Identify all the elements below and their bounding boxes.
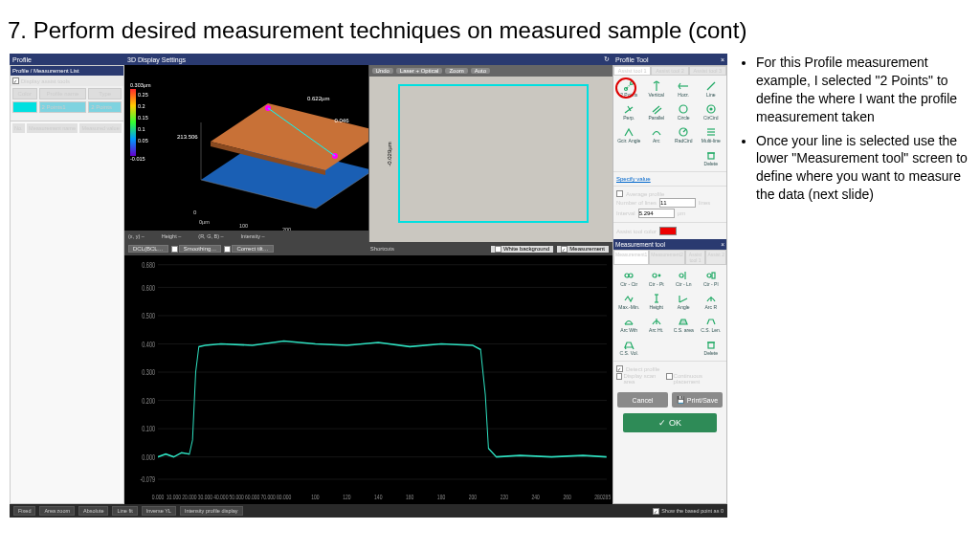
interval-label: Interval xyxy=(616,210,635,216)
meas-ctrctr[interactable]: Ctr - Ctr xyxy=(616,268,642,289)
tab-assist2[interactable]: Assist tool 2 xyxy=(651,66,688,76)
display-scan-checkbox[interactable]: Display scan area xyxy=(616,373,663,385)
nlines-input[interactable] xyxy=(659,198,696,208)
tool-radcird[interactable]: RadCird xyxy=(671,124,697,145)
color-swatch[interactable] xyxy=(659,227,677,235)
interval-input[interactable] xyxy=(638,209,675,218)
white-bg-toggle[interactable]: White background xyxy=(503,246,549,252)
meas-height[interactable]: Height xyxy=(644,291,670,312)
nlines-label: Number of lines xyxy=(616,200,657,206)
svg-text:60.000: 60.000 xyxy=(245,493,259,500)
tab-assist1[interactable]: Assist tool 1 xyxy=(613,66,651,76)
tool-2points[interactable]: 2 Points xyxy=(616,78,642,99)
display-assist-checkbox[interactable]: Display assist tools xyxy=(11,76,123,86)
meas-delete[interactable]: Delete xyxy=(699,337,724,358)
profile-bar: Profile xyxy=(10,54,124,65)
mid-toolbar: DCL(BCL… Smoothing… Correct tilt… Shortc… xyxy=(124,242,612,255)
svg-text:0.680: 0.680 xyxy=(142,260,155,271)
dcl-button[interactable]: DCL(BCL… xyxy=(128,245,168,253)
tool-horz[interactable]: Horz. xyxy=(671,78,697,99)
close-icon[interactable]: × xyxy=(721,56,724,63)
tool-multiline[interactable]: Multi-line xyxy=(699,124,724,145)
fixed-button[interactable]: Fixed xyxy=(13,506,35,516)
tool-delete[interactable]: Delete xyxy=(699,147,724,168)
meas-ctrln[interactable]: Ctr - Ln xyxy=(671,268,697,289)
meastab-2[interactable]: Measurement2 xyxy=(649,250,684,265)
ok-button[interactable]: ✓OK xyxy=(623,413,717,432)
svg-line-86 xyxy=(633,347,634,349)
svg-text:30.000: 30.000 xyxy=(198,493,212,500)
mode-select[interactable]: Laser + Optical xyxy=(396,68,443,74)
print-save-button[interactable]: 💾 Print/Save xyxy=(672,392,723,408)
meas-maxmin[interactable]: Max.-Min. xyxy=(616,291,642,312)
inverse-button[interactable]: Inverse YL xyxy=(142,506,176,516)
line-icon xyxy=(705,80,717,92)
rotate-icon[interactable]: ↻ xyxy=(604,55,610,63)
absolute-button[interactable]: Absolute xyxy=(78,506,108,516)
profile-tool-bar: Profile Tool × xyxy=(612,54,727,65)
measurement-tool-grid: Ctr - Ctr Ctr - Pt Ctr - Ln Ctr - Pl Max… xyxy=(613,265,726,361)
axis-100: 100 xyxy=(239,223,248,229)
svg-text:80.000: 80.000 xyxy=(277,493,291,500)
svg-text:285: 285 xyxy=(603,493,612,500)
viewport-image[interactable]: Undo Laser + Optical Zoom Auto -0.029µm xyxy=(368,65,613,242)
measurement-toggle[interactable]: Measurement xyxy=(569,246,605,252)
meas-arcr[interactable]: Arc R xyxy=(699,291,724,312)
meastab-4[interactable]: Assist 2 xyxy=(705,250,726,265)
gcir-icon xyxy=(623,126,635,138)
meas-cslen[interactable]: C.S. Len. xyxy=(699,314,724,335)
note-bullet: For this Profile measurement example, I … xyxy=(756,54,970,126)
avg-profile-checkbox[interactable]: Average profile xyxy=(616,190,724,197)
tool-circird[interactable]: CirCird xyxy=(699,101,724,122)
tool-gcirangle[interactable]: Gcir. Angle xyxy=(616,124,642,145)
svg-text:40.000: 40.000 xyxy=(213,493,228,500)
parallel-icon xyxy=(651,103,662,115)
intensity-button[interactable]: Intensity profile display xyxy=(180,506,243,516)
axis-0: 0 xyxy=(193,209,196,215)
shortcuts-link[interactable]: Shortcuts xyxy=(370,246,394,252)
smoothing-button[interactable]: Smoothing… xyxy=(179,245,222,253)
svg-text:0.300: 0.300 xyxy=(142,367,155,378)
app-screenshot: Profile 3D Display Settings ↻ Profile To… xyxy=(10,54,727,518)
area-zoom-button[interactable]: Area zoom xyxy=(39,506,75,516)
profile-chart[interactable]: -0.0790.0000.1000.2000.3000.4000.5000.60… xyxy=(124,255,612,504)
anno-1: 0.622µm xyxy=(307,96,329,101)
tab-assist3[interactable]: Assist tool 3 xyxy=(689,66,726,76)
meastab-1[interactable]: Measurement1 xyxy=(613,250,649,265)
tool-arc[interactable]: Arc xyxy=(644,124,670,145)
viewport-3d[interactable]: 0.303µm 0.25 0.2 0.15 0.1 0.05 -0.015 xyxy=(124,65,368,242)
meas-csvol[interactable]: C.S. Vol. xyxy=(616,337,642,358)
detect-profile-checkbox[interactable]: Detect profile xyxy=(616,365,724,372)
close-icon[interactable]: × xyxy=(721,241,724,248)
profile-rect[interactable] xyxy=(398,84,590,223)
svg-point-63 xyxy=(710,108,712,110)
meastab-3[interactable]: Assist tool 1 xyxy=(685,250,706,265)
svg-text:280: 280 xyxy=(594,493,603,500)
undo-button[interactable]: Undo xyxy=(372,68,393,74)
tool-circle[interactable]: Circle xyxy=(671,101,697,122)
table-row[interactable]: 2 Points12 Points xyxy=(12,101,122,113)
measurement-tool-header: Measurement tool× xyxy=(613,239,726,250)
meas-ctrpt[interactable]: Ctr - Pt xyxy=(644,268,670,289)
base-point-checkbox[interactable]: Show the based point as 0 xyxy=(653,508,724,515)
meas-archt[interactable]: Arc Ht. xyxy=(644,314,670,335)
color-scale xyxy=(130,89,136,156)
tool-parallel[interactable]: Parallel xyxy=(644,101,670,122)
continuous-placement-checkbox[interactable]: Continuous placement xyxy=(666,373,724,385)
meas-angle[interactable]: Angle xyxy=(671,291,697,312)
tool-line[interactable]: Line xyxy=(699,78,724,99)
specify-value-link[interactable]: Specify value xyxy=(616,176,724,182)
cancel-button[interactable]: Cancel xyxy=(617,392,668,408)
tool-vertical[interactable]: Vertical xyxy=(644,78,670,99)
svg-text:240: 240 xyxy=(532,493,541,500)
meas-arcw[interactable]: Arc Wth xyxy=(616,314,642,335)
auto-select[interactable]: Auto xyxy=(471,68,490,74)
meas-ctrpl[interactable]: Ctr - Pl xyxy=(699,268,724,289)
line-fit-button[interactable]: Line fit xyxy=(112,506,137,516)
tool-perp[interactable]: Perp. xyxy=(616,101,642,122)
correct-tilt-button[interactable]: Correct tilt… xyxy=(232,245,273,253)
meas-csarea[interactable]: C.S. area xyxy=(671,314,697,335)
svg-point-77 xyxy=(707,274,711,277)
svg-text:200: 200 xyxy=(469,493,478,500)
status-intensity: Intensity – xyxy=(241,233,265,239)
